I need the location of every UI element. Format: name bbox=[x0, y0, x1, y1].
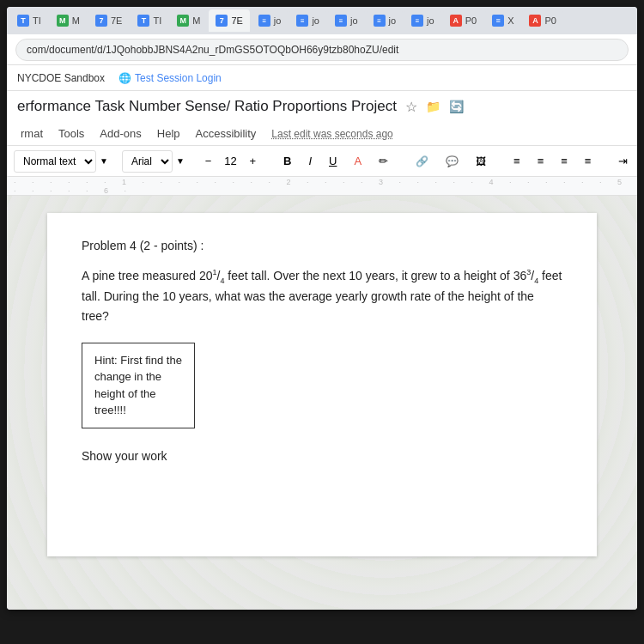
tab-jo-3[interactable]: ≡ jo bbox=[328, 9, 365, 32]
tab-favicon-10: ≡ bbox=[374, 15, 386, 27]
tab-label-3: 7E bbox=[111, 15, 122, 26]
tab-favicon-12: A bbox=[450, 15, 462, 27]
tab-jo-1[interactable]: ≡ jo bbox=[252, 9, 289, 32]
tab-p0-1[interactable]: A P0 bbox=[443, 9, 483, 32]
tab-jo-4[interactable]: ≡ jo bbox=[367, 9, 404, 32]
tab-favicon-9: ≡ bbox=[335, 15, 347, 27]
test-session-login[interactable]: 🌐 Test Session Login bbox=[118, 72, 222, 84]
problem-title: Problem 4 (2 - points) : bbox=[82, 239, 562, 252]
image-button[interactable]: 🖼 bbox=[469, 152, 493, 171]
font-color-button[interactable]: A bbox=[347, 151, 368, 171]
hint-line-3: height of the bbox=[94, 387, 156, 400]
tab-ti-2[interactable]: T TI bbox=[131, 9, 168, 32]
menu-accessibility[interactable]: Accessibility bbox=[189, 124, 264, 143]
tab-7e-2[interactable]: 7 7E bbox=[209, 9, 249, 32]
fraction-2-numerator: 3 bbox=[526, 268, 531, 276]
tab-bar: T TI M M 7 7E T TI M M 7 7E bbox=[7, 7, 637, 34]
tab-p0-2[interactable]: A P0 bbox=[522, 9, 562, 32]
bold-button[interactable]: B bbox=[276, 151, 298, 171]
link-button[interactable]: 🔗 bbox=[409, 152, 435, 171]
font-size-decrease[interactable]: − bbox=[198, 151, 219, 171]
highlight-button[interactable]: ✏ bbox=[372, 151, 395, 171]
globe-icon: 🌐 bbox=[118, 72, 131, 84]
tab-label-13: X bbox=[507, 15, 513, 26]
doc-title-bar: erformance Task Number Sense/ Ratio Prop… bbox=[7, 91, 637, 122]
last-edit-label: Last edit was seconds ago bbox=[271, 128, 392, 140]
address-bar: com/document/d/1JQohobbJBNS4A2nu_rDmGS5O… bbox=[7, 34, 637, 65]
ruler-content: · · · · · · 1 · · · · · · · · 2 · · · · … bbox=[14, 178, 630, 195]
history-icon[interactable]: 🔄 bbox=[449, 100, 464, 113]
tab-ti-1[interactable]: T TI bbox=[10, 9, 48, 32]
tab-favicon-5: M bbox=[177, 15, 189, 27]
tab-label-2: M bbox=[72, 15, 80, 26]
tab-x[interactable]: ≡ X bbox=[485, 9, 520, 32]
tab-favicon-1: T bbox=[17, 15, 29, 27]
hint-line-2: change in the bbox=[94, 370, 161, 383]
tab-label-8: jo bbox=[312, 15, 319, 26]
docs-nycdoe-bar: NYCDOE Sandbox 🌐 Test Session Login bbox=[7, 65, 637, 91]
session-label: Test Session Login bbox=[135, 72, 222, 84]
tab-jo-2[interactable]: ≡ jo bbox=[289, 9, 326, 32]
problem-text: A pine tree measured 201/4 feet tall. Ov… bbox=[82, 266, 562, 325]
align-right-button[interactable]: ≡ bbox=[554, 151, 574, 171]
tab-jo-5[interactable]: ≡ jo bbox=[404, 9, 441, 32]
menu-format[interactable]: rmat bbox=[14, 124, 50, 143]
style-select[interactable]: Normal text bbox=[14, 150, 96, 173]
style-dropdown-arrow: ▼ bbox=[100, 156, 108, 166]
tab-label-5: M bbox=[192, 15, 200, 26]
url-field[interactable]: com/document/d/1JQohobbJBNS4A2nu_rDmGS5O… bbox=[15, 39, 629, 61]
doc-title: erformance Task Number Sense/ Ratio Prop… bbox=[17, 98, 397, 115]
tab-favicon-8: ≡ bbox=[296, 15, 308, 27]
problem-text-part1: A pine tree measured 20 bbox=[82, 269, 213, 283]
tab-favicon-11: ≡ bbox=[411, 15, 423, 27]
tab-favicon-6: 7 bbox=[216, 15, 228, 27]
doc-page: Problem 4 (2 - points) : A pine tree mea… bbox=[47, 213, 597, 556]
tab-label-4: TI bbox=[153, 15, 161, 26]
format-toolbar: Normal text ▼ Arial ▼ − 12 + B I U A ✏ 🔗… bbox=[7, 146, 637, 177]
indent-button[interactable]: ⇥ bbox=[611, 151, 635, 171]
show-work-label: Show your work bbox=[82, 449, 562, 463]
screen: T TI M M 7 7E T TI M M 7 7E bbox=[0, 0, 644, 644]
font-size-increase[interactable]: + bbox=[242, 151, 263, 171]
browser-window: T TI M M 7 7E T TI M M 7 7E bbox=[7, 7, 637, 610]
ruler-text: · · · · · · 1 · · · · · · · · 2 · · · · … bbox=[14, 178, 630, 195]
tab-7e-1[interactable]: 7 7E bbox=[88, 9, 129, 32]
italic-button[interactable]: I bbox=[301, 151, 319, 171]
menu-tools[interactable]: Tools bbox=[52, 124, 91, 143]
tab-label-1: TI bbox=[33, 15, 41, 26]
doc-content-area: Problem 4 (2 - points) : A pine tree mea… bbox=[7, 196, 637, 610]
problem-text-part2: feet tall. Over the next 10 years, it gr… bbox=[224, 269, 526, 283]
nycdoe-sandbox-label: NYCDOE Sandbox bbox=[17, 72, 105, 84]
align-justify-button[interactable]: ≡ bbox=[578, 151, 598, 171]
tab-m-2[interactable]: M M bbox=[170, 9, 207, 32]
align-center-button[interactable]: ≡ bbox=[531, 151, 551, 171]
comment-button[interactable]: 💬 bbox=[439, 152, 465, 171]
fraction-1: 1/4 bbox=[213, 269, 225, 283]
tab-label-7: jo bbox=[274, 15, 282, 26]
fraction-2: 3/4 bbox=[526, 269, 538, 283]
tab-favicon-14: A bbox=[529, 15, 541, 27]
menu-help[interactable]: Help bbox=[150, 124, 187, 143]
fraction-1-numerator: 1 bbox=[213, 268, 217, 276]
tab-label-14: P0 bbox=[544, 15, 556, 26]
tab-favicon-3: 7 bbox=[95, 15, 107, 27]
underline-button[interactable]: U bbox=[322, 151, 343, 171]
tab-m-1[interactable]: M M bbox=[50, 9, 87, 32]
star-icon[interactable]: ☆ bbox=[405, 99, 417, 115]
hint-line-4: tree!!!! bbox=[94, 404, 126, 416]
ruler: · · · · · · 1 · · · · · · · · 2 · · · · … bbox=[7, 177, 637, 196]
tab-favicon-7: ≡ bbox=[258, 15, 270, 27]
menu-addons[interactable]: Add-ons bbox=[93, 124, 148, 143]
docs-menu-bar: rmat Tools Add-ons Help Accessibility La… bbox=[7, 122, 637, 146]
url-text: com/document/d/1JQohobbJBNS4A2nu_rDmGS5O… bbox=[27, 44, 398, 56]
tab-label-11: jo bbox=[427, 15, 434, 26]
hint-line-1: Hint: First find the bbox=[94, 354, 182, 367]
align-left-button[interactable]: ≡ bbox=[507, 151, 527, 171]
font-select[interactable]: Arial bbox=[122, 150, 173, 173]
font-size-display: 12 bbox=[222, 155, 239, 167]
font-dropdown-arrow: ▼ bbox=[176, 156, 185, 166]
drive-icon[interactable]: 📁 bbox=[426, 100, 440, 113]
tab-label-9: jo bbox=[350, 15, 358, 26]
tab-favicon-13: ≡ bbox=[492, 15, 504, 27]
hint-box: Hint: First find the change in the heigh… bbox=[82, 343, 195, 428]
